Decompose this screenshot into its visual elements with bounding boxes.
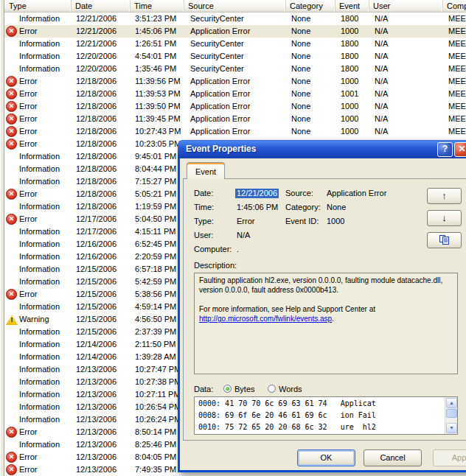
help-icon[interactable]: ? bbox=[437, 142, 453, 157]
data-scrollbar[interactable]: ▲ ▼ bbox=[445, 397, 457, 434]
information-icon bbox=[6, 226, 17, 237]
words-radio-label[interactable]: Words bbox=[279, 385, 302, 393]
event-row[interactable]: Information12/21/20061:26:51 PMSecurityC… bbox=[4, 38, 466, 50]
cell-type: Error bbox=[19, 290, 37, 299]
cell-date: 12/15/2006 bbox=[76, 290, 116, 299]
cell-type: Information bbox=[19, 39, 60, 49]
error-icon bbox=[6, 214, 17, 225]
bytes-radio[interactable] bbox=[223, 385, 232, 393]
ok-button[interactable]: OK bbox=[297, 449, 355, 466]
cell-type: Error bbox=[19, 27, 37, 36]
copy-button[interactable] bbox=[427, 232, 462, 248]
cell-user: N/A bbox=[375, 64, 388, 74]
cell-type: Information bbox=[19, 415, 60, 424]
event-row[interactable]: Information12/20/20061:35:46 PMSecurityC… bbox=[4, 63, 466, 75]
event-row[interactable]: Error12/18/200611:39:56 PMApplication Er… bbox=[4, 75, 466, 88]
information-icon bbox=[6, 276, 17, 287]
cell-type: Information bbox=[19, 327, 60, 337]
column-header-category[interactable]: Category bbox=[286, 0, 335, 12]
bytes-radio-label[interactable]: Bytes bbox=[234, 385, 255, 393]
column-header-user[interactable]: User bbox=[369, 0, 443, 12]
cell-date: 12/18/2006 bbox=[76, 152, 116, 161]
column-header-comp[interactable]: Comp bbox=[443, 0, 466, 12]
column-header-event[interactable]: Event bbox=[335, 0, 369, 12]
cell-date: 12/18/2006 bbox=[76, 202, 116, 211]
cell-computer: MEEK bbox=[448, 89, 466, 99]
cell-category: None bbox=[291, 102, 310, 111]
cell-category: None bbox=[291, 64, 310, 74]
previous-event-button[interactable]: ↑ bbox=[427, 188, 462, 204]
cell-user: N/A bbox=[375, 77, 388, 86]
cell-date: 12/13/2006 bbox=[76, 402, 116, 412]
event-row[interactable]: Information12/20/20064:54:01 PMSecurityC… bbox=[4, 50, 466, 63]
event-row[interactable]: Error12/18/200610:27:43 PMApplication Er… bbox=[4, 125, 466, 138]
event-row[interactable]: Error12/21/20061:45:06 PMApplication Err… bbox=[4, 25, 466, 38]
column-header-date[interactable]: Date bbox=[72, 0, 131, 12]
dialog-body: Event Date: 12/21/2006 Source: Applicati… bbox=[180, 158, 466, 470]
dialog-title: Event Properties bbox=[178, 140, 466, 154]
apply-button[interactable]: Apply bbox=[433, 449, 466, 466]
cell-time: 2:20:59 PM bbox=[135, 252, 176, 262]
information-icon bbox=[6, 38, 17, 49]
information-icon bbox=[6, 13, 17, 24]
cell-type: Information bbox=[19, 440, 60, 449]
error-icon bbox=[6, 76, 17, 87]
cell-date: 12/21/2006 bbox=[76, 39, 116, 49]
event-row[interactable]: Error12/18/200611:39:53 PMApplication Er… bbox=[4, 88, 466, 100]
cell-computer: MEEK bbox=[448, 52, 466, 61]
column-header-time[interactable]: Time bbox=[131, 0, 184, 12]
cell-time: 7:49:35 PM bbox=[135, 465, 176, 475]
cell-type: Information bbox=[19, 365, 60, 374]
cell-time: 11:39:50 PM bbox=[135, 102, 181, 111]
event-row[interactable]: Error12/18/200611:39:50 PMApplication Er… bbox=[4, 100, 466, 113]
hex-dump: 0000: 41 70 70 6c 69 63 61 74 Applicat00… bbox=[198, 398, 444, 434]
error-icon bbox=[6, 464, 17, 475]
cancel-button[interactable]: Cancel bbox=[364, 449, 422, 466]
information-icon bbox=[6, 439, 17, 450]
cell-time: 1:45:06 PM bbox=[135, 27, 176, 36]
warning-icon bbox=[6, 315, 18, 325]
cell-date: 12/13/2006 bbox=[76, 465, 116, 475]
events-help-link[interactable]: http://go.microsoft.com/fwlink/events.as… bbox=[199, 315, 332, 323]
cell-date: 12/14/2006 bbox=[76, 352, 116, 362]
words-radio[interactable] bbox=[268, 385, 276, 393]
cell-computer: MEEK bbox=[448, 77, 466, 86]
data-hex-box[interactable]: 0000: 41 70 70 6c 69 63 61 74 Applicat00… bbox=[194, 396, 458, 435]
cell-date: 12/17/2006 bbox=[76, 227, 116, 237]
dialog-titlebar[interactable]: Event Properties ? ✕ bbox=[178, 140, 466, 158]
information-icon bbox=[6, 351, 17, 363]
cell-type: Information bbox=[19, 377, 60, 387]
cell-time: 8:50:14 PM bbox=[135, 427, 176, 437]
cell-source: SecurityCenter bbox=[190, 52, 244, 61]
description-box[interactable]: Faulting application hl2.exe, version 0.… bbox=[194, 273, 458, 374]
information-icon bbox=[6, 339, 17, 350]
computer-value: . bbox=[237, 245, 239, 254]
type-label: Type: bbox=[194, 217, 214, 226]
scroll-thumb[interactable] bbox=[446, 409, 457, 418]
close-icon[interactable]: ✕ bbox=[454, 142, 466, 157]
date-label: Date: bbox=[194, 189, 213, 198]
cell-time: 10:26:54 PM bbox=[135, 402, 181, 412]
cell-event: 1000 bbox=[341, 102, 358, 111]
event-row[interactable]: Information12/21/20063:51:23 PMSecurityC… bbox=[4, 13, 466, 25]
cell-date: 12/21/2006 bbox=[76, 14, 116, 24]
information-icon bbox=[6, 151, 17, 162]
tab-event[interactable]: Event bbox=[187, 162, 225, 179]
cell-type: Error bbox=[19, 114, 37, 124]
cell-date: 12/15/2006 bbox=[76, 315, 116, 324]
next-event-button[interactable]: ↓ bbox=[427, 210, 462, 226]
cell-time: 11:39:45 PM bbox=[135, 114, 181, 124]
event-row[interactable]: Error12/18/200611:39:45 PMApplication Er… bbox=[4, 113, 466, 125]
column-header-type[interactable]: Type bbox=[5, 0, 72, 12]
information-icon bbox=[6, 176, 17, 187]
column-header-source[interactable]: Source bbox=[184, 0, 286, 12]
scroll-up-icon[interactable]: ▲ bbox=[446, 398, 457, 408]
cell-category: None bbox=[291, 127, 310, 136]
cell-category: None bbox=[291, 77, 310, 86]
cell-type: Information bbox=[19, 265, 60, 274]
scroll-down-icon[interactable]: ▼ bbox=[446, 423, 457, 433]
cell-date: 12/13/2006 bbox=[76, 377, 116, 387]
cell-user: N/A bbox=[375, 114, 388, 124]
cell-date: 12/15/2006 bbox=[76, 327, 116, 337]
cell-computer: MEEK bbox=[448, 127, 466, 136]
